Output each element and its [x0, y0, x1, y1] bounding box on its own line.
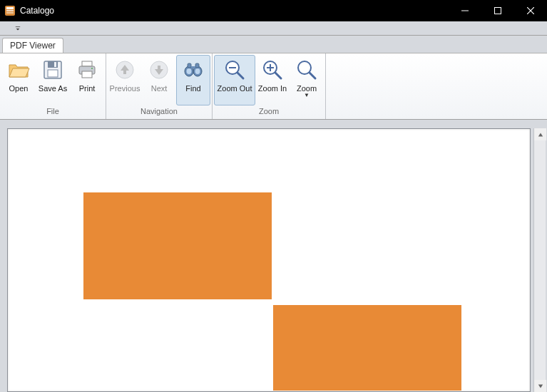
content-area [0, 120, 547, 392]
svg-rect-3 [6, 12, 14, 14]
svg-marker-41 [538, 384, 542, 388]
find-button[interactable]: Find [176, 55, 210, 105]
save-as-label: Save As [39, 84, 67, 93]
open-button[interactable]: Open [1, 55, 36, 105]
save-icon [41, 58, 64, 81]
group-file-label: File [0, 107, 106, 119]
arrow-down-icon [148, 58, 170, 81]
chevron-down-icon: ▼ [304, 92, 310, 98]
zoom-icon [295, 58, 318, 81]
document-viewport[interactable] [7, 128, 531, 392]
svg-rect-29 [195, 63, 199, 68]
minimize-button[interactable] [449, 0, 481, 21]
next-button[interactable]: Next [142, 55, 176, 105]
titlebar: Catalogo [0, 0, 547, 21]
svg-rect-12 [54, 62, 56, 67]
svg-rect-5 [495, 8, 501, 14]
open-folder-icon [7, 58, 30, 81]
zoom-out-icon [223, 58, 246, 81]
vertical-scrollbar[interactable] [533, 128, 546, 392]
find-label: Find [185, 84, 200, 93]
group-navigation-label: Navigation [106, 107, 212, 119]
svg-line-37 [275, 73, 281, 78]
zoom-out-button[interactable]: Zoom Out [214, 55, 255, 105]
zoom-in-icon [261, 58, 284, 81]
previous-label: Previous [110, 84, 140, 93]
svg-rect-30 [191, 66, 195, 68]
zoom-out-label: Zoom Out [218, 84, 252, 93]
group-zoom-label: Zoom [213, 107, 325, 119]
svg-rect-1 [6, 7, 14, 9]
binoculars-icon [182, 58, 205, 81]
tab-pdf-viewer[interactable]: PDF Viewer [2, 38, 63, 53]
ribbon-group-navigation: Previous Next Find Navigation [106, 53, 213, 119]
open-label: Open [9, 84, 29, 93]
document-image-block [273, 305, 461, 391]
maximize-button[interactable] [481, 0, 514, 21]
ribbon-tabs: PDF Viewer [0, 36, 547, 53]
print-icon [76, 58, 98, 81]
save-as-button[interactable]: Save As [36, 55, 70, 105]
ribbon-body: Open Save As Print File [0, 53, 547, 120]
svg-rect-28 [188, 63, 191, 68]
svg-rect-20 [123, 70, 126, 74]
svg-rect-13 [48, 70, 58, 77]
ribbon: PDF Viewer Open Save As [0, 36, 547, 120]
scroll-down-button[interactable] [534, 380, 546, 392]
ribbon-group-zoom: Zoom Out Zoom In Zoom ▼ Zoom [213, 53, 326, 119]
svg-marker-9 [16, 29, 20, 30]
print-label: Print [79, 84, 96, 93]
quick-access-customize-button[interactable] [13, 24, 23, 33]
quick-access-bar [0, 21, 547, 36]
window-controls [449, 0, 547, 21]
previous-button[interactable]: Previous [108, 55, 142, 105]
arrow-up-icon [113, 58, 136, 81]
svg-rect-2 [6, 10, 14, 11]
window-title: Catalogo [20, 6, 449, 16]
ribbon-group-file: Open Save As Print File [0, 53, 106, 119]
svg-rect-23 [158, 66, 160, 70]
document-image-block [83, 192, 272, 299]
svg-point-17 [91, 68, 93, 69]
zoom-button[interactable]: Zoom ▼ [290, 55, 324, 105]
svg-marker-40 [538, 133, 542, 136]
svg-point-27 [195, 68, 200, 74]
svg-rect-14 [82, 61, 92, 66]
app-icon [4, 5, 16, 16]
zoom-in-button[interactable]: Zoom In [255, 55, 290, 105]
svg-line-33 [237, 73, 243, 78]
print-button[interactable]: Print [70, 55, 104, 105]
svg-line-39 [310, 73, 315, 78]
svg-rect-16 [82, 71, 92, 78]
zoom-in-label: Zoom In [258, 84, 287, 93]
scroll-up-button[interactable] [534, 128, 546, 140]
svg-point-26 [187, 68, 192, 74]
next-label: Next [151, 84, 168, 93]
close-button[interactable] [514, 0, 547, 21]
